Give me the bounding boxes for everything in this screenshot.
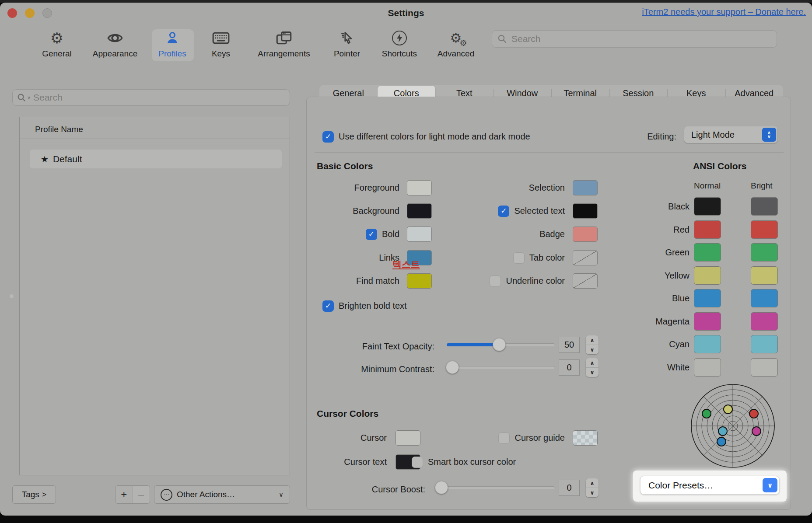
ansi-white-bright-swatch[interactable] — [751, 358, 778, 377]
toolbar-item-pointer[interactable]: Pointer — [321, 28, 373, 66]
faint-opacity-stepper[interactable]: ∧ ∨ — [586, 335, 598, 354]
add-remove-profile-group: + – — [115, 485, 150, 504]
profile-name: Default — [53, 154, 82, 164]
ansi-green-bright-swatch[interactable] — [751, 243, 778, 262]
find-match-label: Find match — [356, 276, 399, 286]
faint-opacity-knob[interactable] — [493, 338, 506, 351]
wheel-dot-blue[interactable] — [717, 437, 726, 446]
bold-checkbox[interactable]: ✓ — [366, 229, 377, 240]
chevron-down-icon: ∨ — [279, 491, 284, 499]
selected-text-checkbox[interactable]: ✓ — [498, 206, 509, 217]
check-icon: ✓ — [325, 301, 331, 310]
color-presets-dropdown[interactable]: Color Presets… ∨ — [640, 476, 780, 495]
minimum-contrast-stepper[interactable]: ∧ ∨ — [586, 358, 598, 377]
wheel-dot-cyan[interactable] — [718, 427, 727, 436]
toolbar-item-appearance[interactable]: Appearance — [89, 28, 141, 66]
stepper-up-icon[interactable]: ∧ — [586, 335, 598, 345]
ansi-blue-bright-swatch[interactable] — [751, 289, 778, 307]
ansi-white-normal-swatch[interactable] — [694, 358, 721, 377]
wheel-dot-magenta[interactable] — [752, 427, 761, 436]
ansi-yellow-normal-swatch[interactable] — [694, 266, 721, 285]
toolbar-item-shortcuts[interactable]: Shortcuts — [373, 28, 426, 66]
person-icon — [165, 28, 180, 48]
use-different-colors-checkbox[interactable]: ✓ — [322, 131, 334, 143]
stepper-up-icon[interactable]: ∧ — [586, 478, 598, 488]
ansi-blue-normal-swatch[interactable] — [694, 289, 721, 307]
toolbar-item-profiles[interactable]: Profiles — [146, 28, 199, 66]
wheel-dot-red[interactable] — [749, 409, 758, 418]
window-edge-dot — [10, 294, 14, 298]
profile-row-default[interactable]: ★ Default — [30, 150, 282, 168]
stepper-up-icon[interactable]: ∧ — [586, 358, 598, 368]
annotation-text: 텍스트 — [392, 258, 420, 271]
profile-search-input[interactable]: ∨ Search — [12, 89, 290, 106]
ansi-black-bright-swatch[interactable] — [751, 197, 778, 216]
brighten-bold-label: Brighten bold text — [339, 301, 407, 311]
cursor-text-label: Cursor text — [344, 457, 387, 467]
selected-text-color-well[interactable] — [573, 203, 598, 219]
tab-color-checkbox[interactable] — [513, 252, 525, 264]
tab-color-well[interactable] — [573, 250, 598, 265]
cursor-color-well[interactable] — [396, 430, 420, 446]
underline-color-checkbox[interactable] — [490, 275, 501, 287]
slider-fill — [447, 343, 499, 346]
underline-color-well[interactable] — [573, 273, 598, 289]
stepper-down-icon[interactable]: ∨ — [586, 345, 598, 354]
ansi-blue-label: Blue — [672, 293, 690, 303]
toolbar-item-general[interactable]: ⚙ General — [31, 28, 83, 66]
find-match-color-well[interactable] — [407, 273, 432, 289]
badge-color-well[interactable] — [573, 227, 598, 242]
foreground-color-well[interactable] — [407, 180, 432, 195]
remove-profile-button[interactable]: – — [133, 486, 150, 503]
toolbar-item-advanced[interactable]: ⚙⚙ Advanced — [430, 28, 482, 66]
faint-opacity-value[interactable]: 50 — [559, 337, 580, 353]
minimum-contrast-slider[interactable] — [447, 366, 555, 369]
cursor-boost-stepper[interactable]: ∧ ∨ — [586, 478, 598, 497]
foreground-label: Foreground — [354, 183, 399, 193]
cursor-boost-value[interactable]: 0 — [559, 480, 580, 496]
tags-button[interactable]: Tags > — [12, 485, 56, 504]
other-actions-dropdown[interactable]: ⋯ Other Actions… ∨ — [154, 485, 290, 504]
toolbar-item-arrangements[interactable]: Arrangements — [258, 28, 310, 66]
divider — [20, 139, 290, 139]
ansi-green-normal-swatch[interactable] — [694, 243, 721, 262]
ansi-red-bright-swatch[interactable] — [751, 220, 778, 239]
ansi-magenta-bright-swatch[interactable] — [751, 312, 778, 331]
stepper-down-icon[interactable]: ∨ — [586, 368, 598, 377]
stepper-down-icon[interactable]: ∨ — [586, 488, 598, 497]
background-color-well[interactable] — [407, 203, 432, 219]
minimum-contrast-knob[interactable] — [446, 361, 459, 374]
wheel-dot-green[interactable] — [702, 409, 711, 418]
use-different-colors-label: Use different colors for light mode and … — [339, 132, 530, 142]
selection-color-well[interactable] — [573, 180, 598, 195]
brighten-bold-checkbox[interactable]: ✓ — [322, 300, 334, 312]
ansi-green-label: Green — [665, 248, 690, 258]
bold-color-well[interactable] — [407, 227, 432, 242]
toolbar-item-keys[interactable]: Keys — [195, 28, 247, 66]
cursor-boost-slider[interactable] — [435, 486, 555, 489]
ansi-normal-header: Normal — [694, 181, 721, 191]
add-profile-button[interactable]: + — [116, 486, 133, 503]
smart-box-cursor-checkbox[interactable] — [412, 457, 423, 468]
editing-mode-dropdown[interactable]: Light Mode ∧∨ — [684, 126, 777, 143]
minimum-contrast-value[interactable]: 0 — [559, 359, 580, 376]
other-actions-label: Other Actions… — [177, 490, 235, 499]
wheel-dot-yellow[interactable] — [724, 405, 732, 414]
ansi-cyan-bright-swatch[interactable] — [751, 335, 778, 353]
editing-label: Editing: — [647, 132, 676, 142]
ansi-cyan-normal-swatch[interactable] — [694, 335, 721, 353]
toolbar-search-input[interactable]: Search — [492, 30, 777, 48]
chevron-down-icon: ∨ — [27, 95, 31, 101]
color-wheel[interactable] — [689, 382, 777, 470]
donate-link[interactable]: iTerm2 needs your support – Donate here. — [642, 7, 806, 17]
ansi-red-normal-swatch[interactable] — [694, 220, 721, 239]
cursor-guide-color-well[interactable] — [573, 430, 598, 446]
search-placeholder: Search — [511, 34, 541, 44]
gear-icon: ⚙ — [50, 28, 63, 48]
faint-opacity-label: Faint Text Opacity: — [362, 342, 434, 352]
cursor-guide-checkbox[interactable] — [498, 432, 510, 444]
ansi-black-normal-swatch[interactable] — [694, 197, 721, 216]
cursor-boost-knob[interactable] — [435, 481, 448, 494]
ansi-magenta-normal-swatch[interactable] — [694, 312, 721, 331]
ansi-yellow-bright-swatch[interactable] — [751, 266, 778, 285]
